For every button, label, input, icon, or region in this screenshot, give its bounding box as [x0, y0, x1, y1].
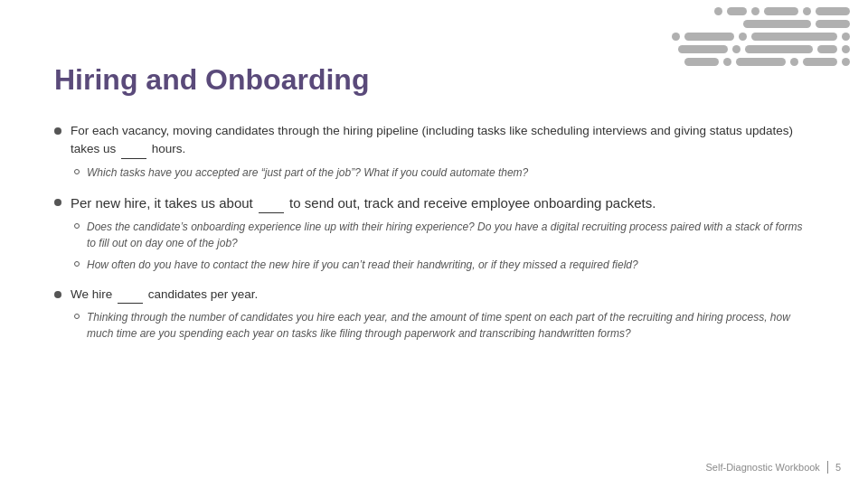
bullet2-text-before: Per new hire, it takes us about [71, 195, 257, 211]
bullet-text-2: Per new hire, it takes us about to send … [71, 193, 814, 214]
bullet3-blank [118, 303, 143, 304]
sub-bullet-dot-2-1 [74, 223, 80, 229]
sub-bullet-dot-2-2 [74, 261, 80, 267]
sub-bullet-text-2-1: Does the candidate’s onboarding experien… [87, 219, 814, 251]
footer: Self-Diagnostic Workbook 5 [706, 461, 841, 474]
page: Hiring and Onboarding For each vacancy, … [0, 0, 868, 488]
sub-bullet-dot-3-1 [74, 314, 80, 319]
sub-bullets-3: Thinking through the number of candidate… [74, 309, 814, 342]
bullet2-blank [259, 212, 284, 213]
bullet-item-3: We hire candidates per year. Thinking th… [54, 286, 814, 342]
bullet-text-3: We hire candidates per year. [71, 286, 814, 304]
bullet1-blank [121, 158, 146, 159]
page-title: Hiring and Onboarding [54, 63, 814, 97]
bullet2-text-after: to send out, track and receive employee … [286, 195, 656, 211]
sub-bullet-text-1-1: Which tasks have you accepted are “just … [87, 164, 528, 181]
bullet-item-2: Per new hire, it takes us about to send … [54, 193, 814, 274]
content-area: For each vacancy, moving candidates thro… [54, 122, 814, 342]
footer-divider [827, 461, 828, 474]
sub-bullet-dot-1-1 [74, 169, 80, 174]
sub-bullet-2-1: Does the candidate’s onboarding experien… [74, 219, 814, 251]
bullet1-text-after: hours. [148, 142, 185, 155]
bullet-text-1: For each vacancy, moving candidates thro… [71, 122, 814, 159]
footer-page: 5 [835, 462, 841, 473]
bullet-dot-2 [54, 199, 61, 206]
bullet3-text-after: candidates per year. [145, 287, 258, 301]
bullet-dot-1 [54, 127, 61, 135]
sub-bullet-text-2-2: How often do you have to contact the new… [87, 257, 638, 273]
sub-bullet-2-2: How often do you have to contact the new… [74, 257, 814, 273]
bullet-dot-3 [54, 291, 61, 298]
footer-label: Self-Diagnostic Workbook [706, 462, 820, 473]
sub-bullet-3-1: Thinking through the number of candidate… [74, 309, 814, 342]
bullet-item-1: For each vacancy, moving candidates thro… [54, 122, 814, 181]
bullet3-text-before: We hire [71, 287, 116, 301]
decorative-pattern [672, 7, 850, 66]
sub-bullets-2: Does the candidate’s onboarding experien… [74, 219, 814, 273]
sub-bullet-text-3-1: Thinking through the number of candidate… [87, 309, 814, 342]
sub-bullet-1-1: Which tasks have you accepted are “just … [74, 164, 814, 181]
sub-bullets-1: Which tasks have you accepted are “just … [74, 164, 814, 181]
